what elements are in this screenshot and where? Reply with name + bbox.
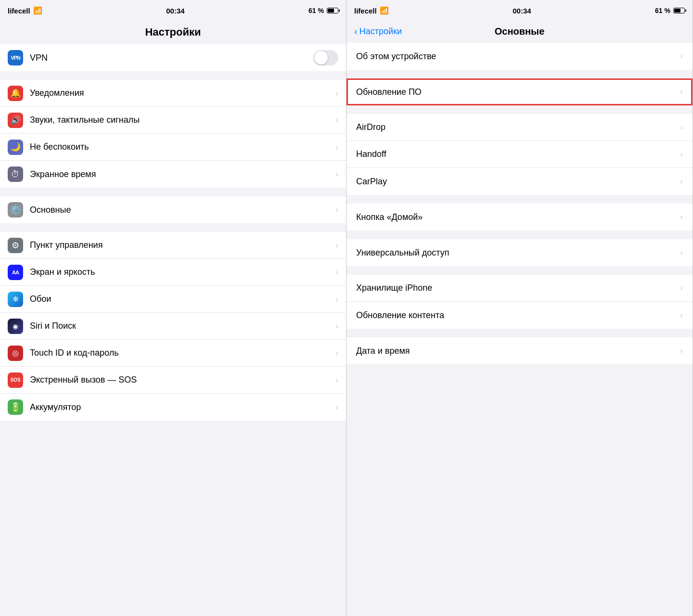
storage-label: Хранилище iPhone bbox=[356, 283, 680, 293]
handoff-item[interactable]: Handoff › bbox=[346, 141, 693, 168]
general-chevron: › bbox=[335, 205, 338, 215]
spacer-1 bbox=[0, 71, 346, 80]
left-battery-pct: 61 % bbox=[308, 7, 324, 14]
content-update-chevron: › bbox=[680, 310, 683, 320]
accessibility-label: Универсальный доступ bbox=[356, 248, 680, 258]
carplay-chevron: › bbox=[680, 177, 683, 186]
dnd-label: Не беспокоить bbox=[30, 142, 332, 152]
general-section: ⚙️ Основные › bbox=[0, 196, 346, 223]
display-item[interactable]: AA Экран и яркость › bbox=[0, 259, 346, 286]
battery-item[interactable]: 🔋 Аккумулятор › bbox=[0, 394, 346, 421]
sounds-chevron: › bbox=[335, 116, 338, 125]
accessibility-chevron: › bbox=[680, 248, 683, 257]
update-chevron: › bbox=[680, 87, 683, 97]
left-battery-icon bbox=[327, 8, 338, 13]
home-chevron: › bbox=[680, 212, 683, 222]
content-update-label: Обновление контента bbox=[356, 310, 680, 321]
right-spacer-6 bbox=[346, 329, 693, 337]
storage-chevron: › bbox=[680, 283, 683, 293]
dnd-chevron: › bbox=[335, 142, 338, 152]
storage-item[interactable]: Хранилище iPhone › bbox=[346, 275, 693, 302]
sounds-label: Звуки, тактильные сигналы bbox=[30, 115, 332, 125]
sounds-icon: 🔊 bbox=[8, 113, 23, 128]
back-label: Настройки bbox=[359, 26, 402, 37]
home-item[interactable]: Кнопка «Домой» › bbox=[346, 204, 693, 231]
right-section-storage: Хранилище iPhone › Обновление контента › bbox=[346, 275, 693, 329]
wallpaper-item[interactable]: ❄ Обои › bbox=[0, 286, 346, 313]
about-item[interactable]: Об этом устройстве › bbox=[346, 43, 693, 70]
right-spacer-5 bbox=[346, 266, 693, 275]
section-3: ⚙ Пункт управления › AA Экран и яркость … bbox=[0, 232, 346, 421]
airdrop-item[interactable]: AirDrop › bbox=[346, 114, 693, 141]
right-time: 00:34 bbox=[513, 7, 531, 15]
screentime-label: Экранное время bbox=[30, 169, 332, 180]
handoff-label: Handoff bbox=[356, 149, 680, 159]
handoff-chevron: › bbox=[680, 150, 683, 159]
left-time: 00:34 bbox=[166, 7, 184, 15]
vpn-item[interactable]: VPN VPN bbox=[0, 44, 346, 71]
datetime-label: Дата и время bbox=[356, 346, 680, 356]
left-wifi-icon: 📶 bbox=[33, 6, 42, 15]
sos-label: Экстренный вызов — SOS bbox=[30, 375, 332, 385]
section-1: 🔔 Уведомления › 🔊 Звуки, тактильные сигн… bbox=[0, 80, 346, 188]
notifications-item[interactable]: 🔔 Уведомления › bbox=[0, 80, 346, 107]
right-section-datetime: Дата и время › bbox=[346, 337, 693, 364]
siri-chevron: › bbox=[335, 321, 338, 331]
battery-icon: 🔋 bbox=[8, 399, 23, 415]
sounds-item[interactable]: 🔊 Звуки, тактильные сигналы › bbox=[0, 107, 346, 134]
dnd-item[interactable]: 🌙 Не беспокоить › bbox=[0, 134, 346, 161]
control-item[interactable]: ⚙ Пункт управления › bbox=[0, 232, 346, 259]
right-battery-pct: 61 % bbox=[655, 7, 670, 14]
touchid-chevron: › bbox=[335, 348, 338, 358]
update-label: Обновление ПО bbox=[356, 87, 680, 97]
general-item[interactable]: ⚙️ Основные › bbox=[0, 196, 346, 223]
datetime-chevron: › bbox=[680, 346, 683, 356]
right-section-about: Об этом устройстве › bbox=[346, 43, 693, 70]
touchid-item[interactable]: ◎ Touch ID и код-пароль › bbox=[0, 340, 346, 367]
airdrop-label: AirDrop bbox=[356, 122, 680, 132]
right-status-bar: lifecell 📶 00:34 61 % bbox=[346, 0, 693, 21]
touchid-label: Touch ID и код-пароль bbox=[30, 348, 332, 358]
right-panel-title: Основные bbox=[495, 26, 545, 37]
dnd-icon: 🌙 bbox=[8, 140, 23, 155]
wallpaper-icon: ❄ bbox=[8, 292, 23, 307]
siri-item[interactable]: ◉ Siri и Поиск › bbox=[0, 313, 346, 340]
notifications-icon: 🔔 bbox=[8, 86, 23, 101]
siri-icon: ◉ bbox=[8, 319, 23, 334]
accessibility-item[interactable]: Универсальный доступ › bbox=[346, 239, 693, 266]
notifications-chevron: › bbox=[335, 89, 338, 98]
vpn-icon: VPN bbox=[8, 50, 23, 65]
airdrop-chevron: › bbox=[680, 123, 683, 132]
right-wifi-icon: 📶 bbox=[380, 6, 389, 15]
carplay-item[interactable]: CarPlay › bbox=[346, 168, 693, 195]
right-battery-icon bbox=[673, 8, 685, 13]
content-update-item[interactable]: Обновление контента › bbox=[346, 302, 693, 329]
battery-label: Аккумулятор bbox=[30, 402, 332, 412]
battery-chevron: › bbox=[335, 402, 338, 412]
sos-item[interactable]: SOS Экстренный вызов — SOS › bbox=[0, 367, 346, 394]
vpn-label: VPN bbox=[30, 53, 313, 63]
vpn-toggle[interactable] bbox=[313, 50, 338, 65]
sos-chevron: › bbox=[335, 375, 338, 385]
about-label: Об этом устройстве bbox=[356, 51, 680, 62]
control-icon: ⚙ bbox=[8, 238, 23, 253]
screentime-item[interactable]: ⏱ Экранное время › bbox=[0, 161, 346, 188]
update-item[interactable]: Обновление ПО › bbox=[346, 78, 693, 105]
right-nav-header: ‹ Настройки Основные bbox=[346, 21, 693, 43]
wallpaper-chevron: › bbox=[335, 295, 338, 304]
about-chevron: › bbox=[680, 51, 683, 61]
wallpaper-label: Обои bbox=[30, 294, 332, 304]
toggle-knob bbox=[314, 51, 328, 64]
right-section-accessibility: Универсальный доступ › bbox=[346, 239, 693, 266]
right-spacer-3 bbox=[346, 195, 693, 204]
datetime-item[interactable]: Дата и время › bbox=[346, 337, 693, 364]
back-button[interactable]: ‹ Настройки bbox=[354, 26, 402, 37]
back-chevron-icon: ‹ bbox=[354, 26, 358, 37]
right-spacer-1 bbox=[346, 70, 693, 78]
right-carrier: lifecell bbox=[354, 7, 377, 15]
left-carrier: lifecell bbox=[8, 7, 30, 15]
sos-icon: SOS bbox=[8, 372, 23, 388]
left-status-bar: lifecell 📶 00:34 61 % bbox=[0, 0, 346, 21]
display-chevron: › bbox=[335, 268, 338, 277]
display-icon: AA bbox=[8, 265, 23, 280]
